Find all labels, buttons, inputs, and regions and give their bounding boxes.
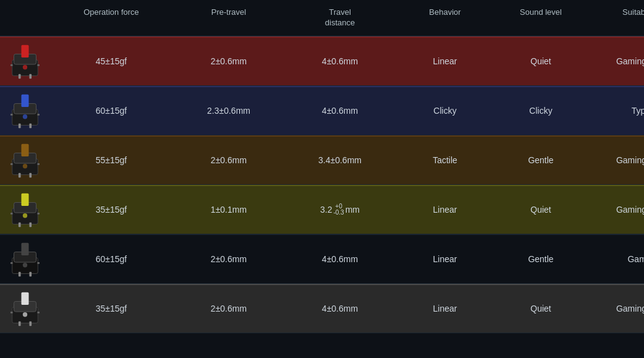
svg-point-35 <box>22 263 27 267</box>
svg-rect-2 <box>21 45 28 58</box>
table-row-white: 35±15gf 2±0.6mm 4±0.6mm Linear Quiet Gam… <box>0 284 644 333</box>
cell-force-red: 45±15gf <box>49 51 173 71</box>
svg-rect-4 <box>10 64 12 66</box>
cell-sound-red: Quiet <box>494 51 587 71</box>
svg-rect-42 <box>21 292 28 305</box>
cell-behavior-black: Linear <box>396 249 494 269</box>
cell-travel-brown: 3.4±0.6mm <box>284 150 396 170</box>
svg-rect-46 <box>18 322 20 326</box>
svg-rect-10 <box>21 95 28 107</box>
cell-sound-brown: Gentle <box>494 150 587 170</box>
header-behavior: Behavior <box>396 7 494 28</box>
cell-force-white: 35±15gf <box>49 299 173 318</box>
svg-point-11 <box>22 114 27 119</box>
table-row-red: 45±15gf 2±0.6mm 4±0.6mm Linear Quiet Gam… <box>0 36 644 86</box>
comparison-table: Operation force Pre-travel Traveldistanc… <box>0 0 644 333</box>
cell-suitable-black: Gaming <box>587 249 644 269</box>
cell-icon-black <box>0 238 49 280</box>
cell-force-yellow: 35±15gf <box>49 200 173 219</box>
cell-pretravel-yellow: 1±0.1mm <box>173 200 284 219</box>
cell-travel-black: 4±0.6mm <box>284 249 396 269</box>
cell-pretravel-white: 2±0.6mm <box>173 299 284 318</box>
header-pre-travel: Pre-travel <box>173 7 284 28</box>
svg-rect-6 <box>18 74 20 79</box>
cell-travel-red: 4±0.6mm <box>284 51 396 71</box>
cell-sound-yellow: Quiet <box>494 200 587 219</box>
svg-rect-34 <box>21 242 28 255</box>
svg-rect-29 <box>37 213 40 215</box>
cell-suitable-red: Gaming/office <box>587 51 644 71</box>
svg-rect-5 <box>37 64 40 66</box>
svg-point-43 <box>22 312 27 317</box>
svg-rect-39 <box>29 272 32 276</box>
table-header: Operation force Pre-travel Traveldistanc… <box>0 0 644 36</box>
cell-icon-yellow <box>0 189 49 231</box>
cell-icon-white <box>0 288 49 330</box>
table-body: 45±15gf 2±0.6mm 4±0.6mm Linear Quiet Gam… <box>0 36 644 333</box>
cell-travel-yellow: 3.2 +0 -0.3 mm <box>284 198 396 221</box>
svg-rect-26 <box>21 194 28 206</box>
cell-icon-red <box>0 40 49 82</box>
cell-suitable-blue: Typist <box>587 101 644 121</box>
svg-rect-38 <box>18 272 20 276</box>
header-icon <box>0 7 49 28</box>
cell-icon-blue <box>0 90 49 132</box>
svg-rect-12 <box>10 114 12 116</box>
cell-pretravel-red: 2±0.6mm <box>173 51 284 71</box>
cell-travel-blue: 4±0.6mm <box>284 101 396 121</box>
cell-sound-blue: Clicky <box>494 101 587 121</box>
svg-rect-47 <box>29 322 32 326</box>
cell-suitable-white: Gaming/office <box>587 299 644 318</box>
cell-sound-black: Gentle <box>494 249 587 269</box>
table-row-yellow: 35±15gf 1±0.1mm 3.2 +0 -0.3 mm Linear Qu… <box>0 185 644 234</box>
svg-rect-44 <box>10 312 12 313</box>
cell-sound-white: Quiet <box>494 299 587 318</box>
svg-point-19 <box>22 164 27 168</box>
cell-icon-brown <box>0 139 49 181</box>
svg-rect-13 <box>37 114 40 116</box>
cell-behavior-brown: Tactile <box>396 150 494 170</box>
svg-rect-15 <box>29 124 32 128</box>
svg-rect-28 <box>10 213 12 215</box>
header-suitable-for: Suitable for <box>587 7 644 28</box>
svg-rect-7 <box>29 74 32 79</box>
cell-force-black: 60±15gf <box>49 249 173 269</box>
cell-behavior-blue: Clicky <box>396 101 494 121</box>
cell-pretravel-black: 2±0.6mm <box>173 249 284 269</box>
svg-point-3 <box>22 65 27 69</box>
cell-behavior-white: Linear <box>396 299 494 318</box>
svg-rect-14 <box>18 124 20 128</box>
svg-rect-31 <box>29 223 32 227</box>
cell-behavior-yellow: Linear <box>396 200 494 219</box>
svg-rect-45 <box>37 312 40 313</box>
cell-suitable-brown: Gaming/office <box>587 150 644 170</box>
header-operation-force: Operation force <box>49 7 173 28</box>
svg-rect-36 <box>10 262 12 264</box>
svg-rect-18 <box>21 144 28 156</box>
svg-rect-22 <box>18 173 20 177</box>
cell-travel-white: 4±0.6mm <box>284 299 396 318</box>
table-row-brown: 55±15gf 2±0.6mm 3.4±0.6mm Tactile Gentle… <box>0 135 644 185</box>
cell-behavior-red: Linear <box>396 51 494 71</box>
header-travel-distance: Traveldistance <box>284 7 396 28</box>
svg-rect-30 <box>18 223 20 227</box>
cell-pretravel-brown: 2±0.6mm <box>173 150 284 170</box>
table-row-black: 60±15gf 2±0.6mm 4±0.6mm Linear Gentle Ga… <box>0 234 644 284</box>
cell-pretravel-blue: 2.3±0.6mm <box>173 101 284 121</box>
svg-rect-23 <box>29 173 32 177</box>
table-row-blue: 60±15gf 2.3±0.6mm 4±0.6mm Clicky Clicky … <box>0 86 644 135</box>
cell-suitable-yellow: Gaming/office <box>587 200 644 219</box>
svg-point-27 <box>22 213 27 218</box>
svg-rect-21 <box>37 163 40 165</box>
svg-rect-37 <box>37 262 40 264</box>
svg-rect-20 <box>10 163 12 165</box>
header-sound-level: Sound level <box>494 7 587 28</box>
cell-force-brown: 55±15gf <box>49 150 173 170</box>
cell-force-blue: 60±15gf <box>49 101 173 121</box>
